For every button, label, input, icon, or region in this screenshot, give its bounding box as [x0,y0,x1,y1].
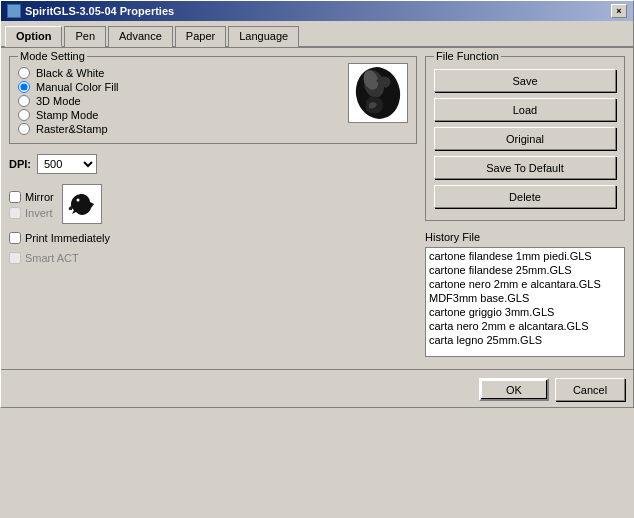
tab-content: Mode Setting Black & White Manual Color … [1,48,633,365]
bird-svg [64,186,100,222]
load-button[interactable]: Load [434,98,616,121]
tab-option[interactable]: Option [5,26,62,47]
mirror-label: Mirror [25,191,54,203]
mirror-checkbox[interactable] [9,191,21,203]
tab-language[interactable]: Language [228,26,299,47]
svg-point-5 [76,199,79,202]
cancel-button[interactable]: Cancel [555,378,625,401]
print-immediately-row: Print Immediately [9,232,417,244]
left-panel: Mode Setting Black & White Manual Color … [9,56,417,357]
tab-paper[interactable]: Paper [175,26,226,47]
mode-setting-group: Mode Setting Black & White Manual Color … [9,56,417,144]
tab-advance[interactable]: Advance [108,26,173,47]
history-list[interactable]: cartone filandese 1mm piedi.GLScartone f… [425,247,625,357]
close-button[interactable]: × [611,4,627,18]
file-function-buttons: Save Load Original Save To Default Delet… [434,63,616,212]
radio-manual-color-fill[interactable] [18,81,30,93]
mode-row-stamp: Stamp Mode [18,109,340,121]
app-icon [7,4,21,18]
bottom-row: OK Cancel [1,369,633,407]
original-button[interactable]: Original [434,127,616,150]
title-bar-left: SpiritGLS-3.05-04 Properties [7,4,174,18]
history-item[interactable]: cartone filandese 1mm piedi.GLS [427,249,623,263]
dpi-row: DPI: 500 100 200 300 400 600 [9,154,417,174]
dpi-select[interactable]: 500 100 200 300 400 600 [37,154,97,174]
mode-row-bw: Black & White [18,67,340,79]
thumbnail-svg [351,66,406,121]
smart-act-label: Smart ACT [25,252,79,264]
print-immediately-label: Print Immediately [25,232,110,244]
mode-with-thumbnail: Black & White Manual Color Fill 3D Mode [18,63,408,135]
main-window: SpiritGLS-3.05-04 Properties × Option Pe… [0,0,634,408]
right-panel: File Function Save Load Original Save To… [425,56,625,357]
ok-button[interactable]: OK [479,378,549,401]
mirror-invert-section: Mirror Invert [9,184,417,224]
mirror-invert-checkboxes: Mirror Invert [9,189,54,219]
label-black-white: Black & White [36,67,104,79]
file-function-label: File Function [434,50,501,62]
history-file-section: History File cartone filandese 1mm piedi… [425,231,625,357]
invert-label: Invert [25,207,53,219]
tab-pen[interactable]: Pen [64,26,106,47]
mode-setting-label: Mode Setting [18,50,87,62]
invert-row: Invert [9,207,54,219]
history-file-label: History File [425,231,625,243]
history-item[interactable]: cartone griggio 3mm.GLS [427,305,623,319]
radio-raster-stamp[interactable] [18,123,30,135]
radio-black-white[interactable] [18,67,30,79]
bird-thumbnail [62,184,102,224]
delete-button[interactable]: Delete [434,185,616,208]
smart-act-checkbox[interactable] [9,252,21,264]
history-item[interactable]: carta legno 25mm.GLS [427,333,623,347]
label-manual-color-fill: Manual Color Fill [36,81,119,93]
smart-act-row: Smart ACT [9,252,417,264]
right-panel-inner: File Function Save Load Original Save To… [425,56,625,357]
mode-row-3d: 3D Mode [18,95,340,107]
print-immediately-checkbox[interactable] [9,232,21,244]
invert-checkbox[interactable] [9,207,21,219]
radio-stamp-mode[interactable] [18,109,30,121]
label-raster-stamp: Raster&Stamp [36,123,108,135]
main-row: Mode Setting Black & White Manual Color … [9,56,625,357]
file-function-group: File Function Save Load Original Save To… [425,56,625,221]
mode-thumbnail [348,63,408,123]
history-item[interactable]: cartone filandese 25mm.GLS [427,263,623,277]
mode-row-mcf: Manual Color Fill [18,81,340,93]
title-bar: SpiritGLS-3.05-04 Properties × [1,1,633,21]
mirror-row: Mirror [9,191,54,203]
mode-radios: Black & White Manual Color Fill 3D Mode [18,63,340,135]
mode-row-raster: Raster&Stamp [18,123,340,135]
label-stamp-mode: Stamp Mode [36,109,98,121]
radio-3d-mode[interactable] [18,95,30,107]
label-3d-mode: 3D Mode [36,95,81,107]
save-to-default-button[interactable]: Save To Default [434,156,616,179]
window-title: SpiritGLS-3.05-04 Properties [25,5,174,17]
history-item[interactable]: MDF3mm base.GLS [427,291,623,305]
history-item[interactable]: carta nero 2mm e alcantara.GLS [427,319,623,333]
dpi-label: DPI: [9,158,31,170]
tab-bar: Option Pen Advance Paper Language [1,21,633,48]
save-button[interactable]: Save [434,69,616,92]
history-item[interactable]: cartone nero 2mm e alcantara.GLS [427,277,623,291]
